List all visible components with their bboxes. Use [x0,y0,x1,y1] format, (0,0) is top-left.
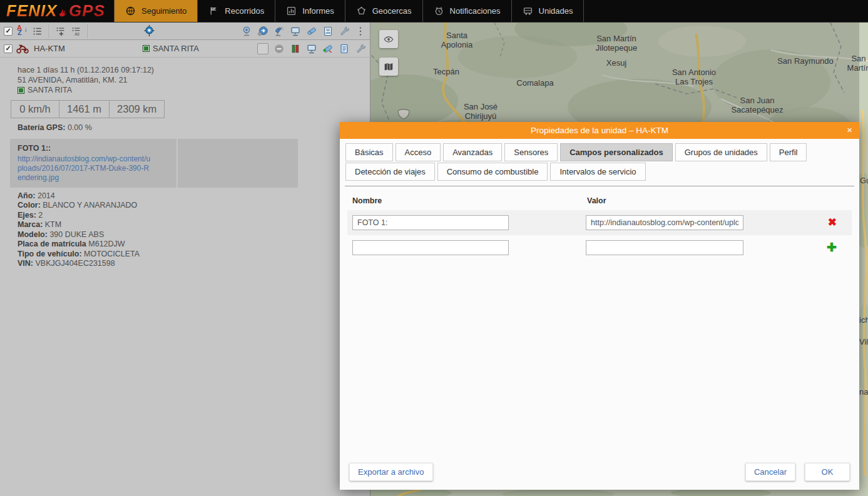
last-message-time: hace 1 días 11 h (01.12.2016 09:17:12) [18,66,370,76]
column-header-nombre: Nombre [352,196,587,205]
speed-value: 0 km/h [11,100,59,118]
detail-geofence: SANTA RITA [18,86,370,94]
alarm-clock-icon [434,6,444,16]
map-place-label: na [859,387,868,397]
map-place-label: Santa Apolonia [441,31,473,49]
custom-field-row: FOTO 1:: http://indianautosblog.com/wp-c… [10,139,298,188]
list-add-icon[interactable] [55,26,66,37]
toolbar-group-monitoring [241,23,366,39]
monitor-icon[interactable] [290,26,301,37]
toolbar-separator [88,24,88,38]
map-place-label: Xesuj [606,58,627,68]
top-tab-unidades[interactable]: Unidades [512,0,585,22]
unit-properties-dialog: Propiedades de la unidad – HA-KTM × Bási… [340,122,859,490]
top-tab-notificaciones[interactable]: Notificaciones [423,0,512,22]
layers-button[interactable] [379,58,398,76]
status-minus-icon[interactable] [273,43,285,54]
commands-icon[interactable] [257,26,268,37]
top-tab-recorridos[interactable]: Recorridos [198,0,275,22]
custom-fields-rows: ✖✚ [340,210,859,260]
top-tab-label: Recorridos [225,6,264,16]
field-value-input[interactable] [586,215,743,230]
unit-attribute: Color: BLANCO Y ANARANJADO [18,201,370,211]
battery-value: 0.00 % [68,123,92,132]
unit-row[interactable]: ✓ HA-KTM SANTA RITA ✓ [0,40,370,58]
add-icon[interactable]: ✚ [827,242,837,253]
eraser-green-icon[interactable] [322,43,334,54]
close-icon[interactable]: × [847,124,852,136]
report-icon[interactable] [322,26,334,37]
dialog-tab-acceso[interactable]: Acceso [396,143,441,161]
top-tab-geocercas[interactable]: Geocercas [345,0,423,22]
unit-attribute: Año: 2014 [18,191,370,201]
geofence-color-square [18,87,24,94]
logo-text-fenix: FENIX [6,1,58,21]
unit-geofence-chip: SANTA RITA [143,44,199,53]
dialog-tab-avanzadas[interactable]: Avanzadas [443,143,502,161]
geofence-color-square [143,45,150,52]
photo-field-label: FOTO 1:: [18,144,170,153]
top-tab-seguimiento[interactable]: Seguimiento [114,0,198,22]
wrench-icon[interactable] [355,43,366,54]
unit-address: 51 AVENIDA, Amatitlán, KM. 21 [18,76,370,86]
dialog-tab-detección-de-viajes[interactable]: Detección de viajes [345,163,435,181]
unit-attributes: Año: 2014Color: BLANCO Y ANARANJADOEjes:… [18,191,370,269]
report-chart-icon [286,6,297,16]
unit-attribute: Modelo: 390 DUKE ABS [18,230,370,240]
map-place-label: San Martín Jilotepeque [596,34,638,53]
webcam-icon[interactable] [241,26,252,37]
eye-icon [383,34,394,45]
satellite-icon[interactable] [273,26,285,37]
select-all-checkbox[interactable]: ✓ [4,27,13,36]
unit-checkbox[interactable]: ✓ [4,44,13,53]
field-name-input[interactable] [352,215,509,230]
toolbar-separator [49,24,49,38]
dialog-tab-consumo-de-combustible[interactable]: Consumo de combustible [437,163,548,181]
checkbox-empty-icon[interactable]: ✓ [257,43,268,54]
unit-details: hace 1 días 11 h (01.12.2016 09:17:12) 5… [0,58,370,269]
document-icon[interactable] [339,43,350,54]
monitor-icon[interactable] [306,43,317,54]
dialog-tabs-row1: BásicasAccesoAvanzadasSensoresCampos per… [340,143,859,161]
dialog-tab-campos-personalizados[interactable]: Campos personalizados [560,143,673,161]
ok-button[interactable]: OK [805,463,850,481]
polygon-icon [356,6,367,16]
list-icon[interactable] [32,26,43,37]
dialog-tab-grupos-de-unidades[interactable]: Grupos de unidades [675,143,767,161]
app-logo[interactable]: FENIX GPS [0,0,114,22]
location-pin-icon[interactable] [143,24,156,38]
custom-fields-header: Nombre Valor [340,186,859,210]
cancel-button[interactable]: Cancelar [745,463,795,481]
top-tab-label: Notificaciones [450,6,501,16]
list-all-icon[interactable]: All [71,26,82,37]
sensor-bars-icon[interactable] [290,43,301,54]
map-place-label: San José Chirijuyú [464,102,498,121]
wrench-icon[interactable] [339,26,350,37]
top-tab-label: Seguimiento [141,6,186,16]
unit-list-panel: ✓ AZ↓ All ✓ HA-KTM SANTA RITA ✓ hace 1 d… [0,23,370,496]
dialog-tab-intervalos-de-servicio[interactable]: Intervalos de servicio [550,163,645,181]
dialog-tab-básicas[interactable]: Básicas [345,143,393,161]
export-to-file-button[interactable]: Exportar a archivo [349,463,433,481]
unit-attribute: VIN: VBKJGJ404EC231598 [18,259,370,269]
map-place-label: San Juan Sacatepéquez [731,96,783,114]
menu-dots-icon[interactable] [355,26,366,37]
eye-button[interactable] [379,30,398,48]
custom-field-row: ✚ [347,235,852,260]
delete-icon[interactable]: ✖ [828,217,837,228]
altitude-value: 1461 m [59,100,110,118]
bus-icon [523,6,533,16]
column-header-valor: Valor [587,196,606,205]
map-place-label: San Antonio Las Trojes [672,68,716,86]
custom-field-cell: FOTO 1:: http://indianautosblog.com/wp-c… [10,139,178,188]
sort-az-icon[interactable]: AZ↓ [16,26,28,37]
topbar: FENIX GPS SeguimientoRecorridosInformesG… [0,0,868,23]
toolbar-group-sort: AZ↓ [16,26,43,37]
eraser-icon[interactable] [306,26,317,37]
field-value-input[interactable] [586,240,743,255]
field-name-input[interactable] [352,240,509,255]
top-tab-informes[interactable]: Informes [275,0,345,22]
photo-url-link[interactable]: http://indianautosblog.com/wp-content/up… [18,154,152,183]
dialog-tab-sensores[interactable]: Sensores [504,143,558,161]
dialog-tab-perfil[interactable]: Perfil [770,143,807,161]
